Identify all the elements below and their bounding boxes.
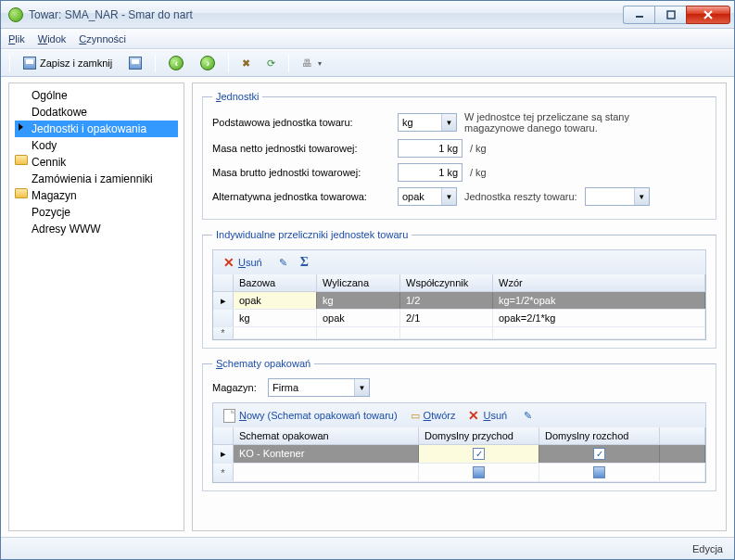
- sigma-button[interactable]: Σ: [296, 253, 313, 272]
- arrow-right-icon: ›: [200, 56, 215, 70]
- new-button[interactable]: Nowy (Schemat opakowań towaru): [219, 406, 402, 425]
- chevron-down-icon[interactable]: ▼: [441, 188, 456, 205]
- open-label: Otwórz: [424, 410, 456, 421]
- menubar: Plik Widok Czynności: [1, 29, 734, 49]
- col-wyliczana[interactable]: Wyliczana: [317, 274, 400, 291]
- open-button[interactable]: ▭ Otwórz: [406, 406, 461, 425]
- caret-icon: [19, 123, 23, 131]
- sidebar-item-zamowienia[interactable]: Zamówienia i zamienniki: [15, 171, 178, 187]
- converters-legend: Indywidualne przeliczniki jednostek towa…: [212, 229, 412, 240]
- edit-pack-button[interactable]: ✎: [519, 406, 537, 425]
- checkbox-przychod[interactable]: [473, 448, 485, 460]
- delete-pack-button[interactable]: ✕ Usuń: [463, 406, 512, 425]
- window: Towar: SMA_NAR - Smar do nart Plik Widok…: [0, 0, 735, 560]
- save-button[interactable]: [122, 53, 148, 73]
- checkbox-przychod-new[interactable]: [473, 466, 485, 478]
- netto-label: Masa netto jednostki towarowej:: [212, 143, 398, 154]
- page-icon: [223, 409, 235, 423]
- refresh-button[interactable]: ⟳: [260, 53, 282, 73]
- packaging-legend: Schematy opakowań: [212, 358, 314, 369]
- delete-button[interactable]: ✕ Usuń: [219, 253, 267, 272]
- sidebar-item-adresy[interactable]: Adresy WWW: [15, 221, 178, 237]
- chevron-down-icon[interactable]: ▼: [441, 114, 456, 131]
- sidebar-item-cennik[interactable]: Cennik: [15, 154, 178, 171]
- brutto-after: / kg: [470, 167, 487, 178]
- delete-label: Usuń: [238, 257, 262, 268]
- alt-unit-value: opak: [402, 191, 425, 202]
- alt-unit-combo[interactable]: opak ▼: [398, 187, 457, 206]
- menu-plik[interactable]: Plik: [8, 33, 25, 45]
- minimize-button[interactable]: [623, 6, 654, 24]
- menu-widok[interactable]: Widok: [38, 33, 67, 45]
- print-button[interactable]: 🖶▾: [296, 53, 328, 73]
- base-unit-combo[interactable]: kg ▼: [398, 113, 457, 132]
- sidebar-item-dodatkowe[interactable]: Dodatkowe: [15, 104, 178, 121]
- sidebar-item-pozycje[interactable]: Pozycje: [15, 204, 178, 221]
- sidebar-item-kody[interactable]: Kody: [15, 137, 178, 154]
- sidebar-item-ogolne[interactable]: Ogólne: [15, 87, 178, 104]
- arrow-left-icon: ‹: [169, 56, 184, 70]
- x-icon: ✕: [223, 255, 234, 270]
- col-przychod[interactable]: Domyslny przychod: [419, 427, 539, 444]
- alt-unit-label: Alternatywna jednostka towarowa:: [212, 191, 398, 202]
- table-row-new[interactable]: *: [213, 327, 705, 339]
- row-indicator: *: [213, 464, 234, 481]
- table-row[interactable]: ▸ opak kg 1/2 kg=1/2*opak: [213, 292, 705, 310]
- sidebar: Ogólne Dodatkowe Jednostki i opakowania …: [8, 83, 184, 531]
- table-row-new[interactable]: *: [213, 464, 705, 482]
- table-row[interactable]: ▸ KO - Kontener: [213, 445, 705, 464]
- close-button[interactable]: [686, 6, 730, 24]
- save-close-button[interactable]: Zapisz i zamknij: [17, 53, 119, 73]
- app-icon: [8, 7, 23, 22]
- forward-button[interactable]: ›: [194, 53, 222, 73]
- delete-pack-label: Usuń: [483, 410, 507, 421]
- brutto-label: Masa brutto jednostki towarowej:: [212, 167, 398, 178]
- magazyn-value: Firma: [272, 382, 298, 393]
- packaging-toolbar: Nowy (Schemat opakowań towaru) ▭ Otwórz …: [212, 402, 706, 427]
- back-button[interactable]: ‹: [162, 53, 190, 73]
- rest-unit-label: Jednostka reszty towaru:: [464, 191, 577, 202]
- col-schemat[interactable]: Schemat opakowan: [234, 427, 419, 444]
- sigma-icon: Σ: [300, 255, 309, 270]
- magazyn-label: Magazyn:: [212, 382, 268, 393]
- grid-header: Bazowa Wyliczana Współczynnik Wzór: [213, 274, 705, 292]
- checkbox-rozchod-new[interactable]: [593, 466, 605, 478]
- maximize-button[interactable]: [654, 6, 686, 24]
- toolbar: Zapisz i zamknij ‹ › ✖ ⟳ 🖶▾: [1, 49, 734, 77]
- magazyn-combo[interactable]: Firma ▼: [268, 378, 370, 397]
- sidebar-item-magazyn[interactable]: Magazyn: [15, 187, 178, 204]
- folder-icon: [15, 188, 28, 198]
- save-icon: [23, 57, 36, 70]
- save-close-label: Zapisz i zamknij: [40, 57, 112, 69]
- chevron-down-icon[interactable]: ▼: [634, 188, 649, 205]
- table-row[interactable]: kg opak 2/1 opak=2/1*kg: [213, 310, 705, 327]
- folder-icon: [15, 155, 28, 165]
- window-title: Towar: SMA_NAR - Smar do nart: [29, 8, 193, 21]
- col-rozchod[interactable]: Domyslny rozchod: [539, 427, 660, 444]
- brutto-input[interactable]: [398, 163, 463, 182]
- base-unit-value: kg: [402, 117, 413, 128]
- row-indicator: *: [213, 327, 234, 338]
- edit-button[interactable]: ✎: [274, 253, 292, 272]
- base-unit-label: Podstawowa jednostka towaru:: [212, 117, 398, 128]
- netto-input[interactable]: [398, 139, 463, 158]
- chevron-down-icon[interactable]: ▼: [354, 379, 369, 396]
- row-indicator: ▸: [213, 292, 234, 309]
- col-wzor[interactable]: Wzór: [493, 274, 705, 291]
- status-text: Edycja: [692, 543, 723, 554]
- titlebar: Towar: SMA_NAR - Smar do nart: [1, 1, 734, 29]
- netto-after: / kg: [470, 143, 487, 154]
- rest-unit-combo[interactable]: ▼: [585, 187, 650, 206]
- tools-button[interactable]: ✖: [235, 53, 257, 73]
- col-bazowa[interactable]: Bazowa: [234, 274, 317, 291]
- checkbox-rozchod[interactable]: [593, 448, 605, 460]
- converters-grid: Bazowa Wyliczana Współczynnik Wzór ▸ opa…: [212, 274, 706, 340]
- sidebar-item-jednostki[interactable]: Jednostki i opakowania: [15, 121, 178, 137]
- packaging-grid: Schemat opakowan Domyslny przychod Domys…: [212, 427, 706, 483]
- col-wsp[interactable]: Współczynnik: [400, 274, 493, 291]
- base-unit-info: W jednostce tej przeliczane są stany mag…: [464, 111, 659, 134]
- converters-toolbar: ✕ Usuń ✎ Σ: [212, 249, 706, 274]
- svg-rect-1: [667, 11, 675, 19]
- converters-fieldset: Indywidualne przeliczniki jednostek towa…: [202, 229, 716, 349]
- menu-czynnosci[interactable]: Czynności: [79, 33, 126, 45]
